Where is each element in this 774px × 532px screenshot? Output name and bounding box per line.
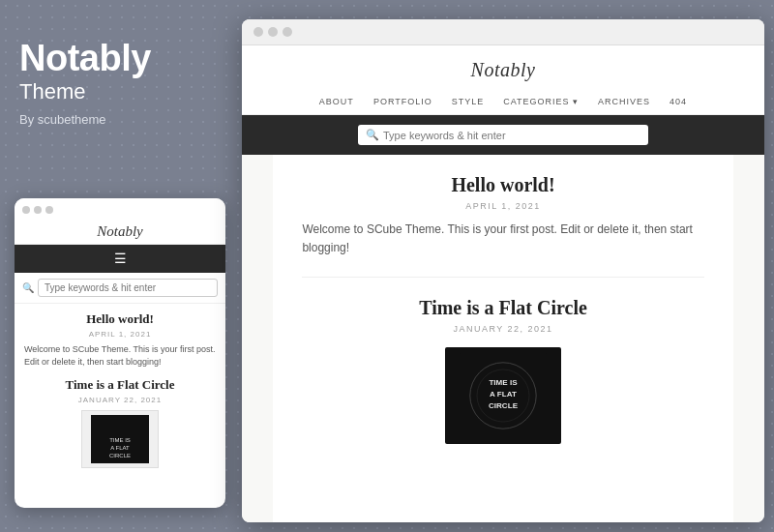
desktop-search-input[interactable]: [383, 130, 640, 141]
desktop-dot-red: [253, 27, 263, 37]
mobile-post1-date: APRIL 1, 2021: [24, 330, 216, 339]
desktop-nav: ABOUT PORTFOLIO STYLE CATEGORIES ▾ ARCHI…: [242, 89, 764, 114]
desktop-post2-title: Time is a Flat Circle: [302, 297, 703, 319]
nav-404[interactable]: 404: [670, 97, 687, 106]
time-flat-circle-desktop: TIME IS A FLAT CIRCLE: [460, 352, 547, 439]
mobile-mockup: Notably ☰ 🔍 Hello world! APRIL 1, 2021 W…: [15, 198, 225, 508]
mobile-search-input[interactable]: [38, 279, 218, 297]
desktop-dot-green: [283, 27, 292, 37]
mobile-post1-excerpt: Welcome to SCube Theme. This is your fir…: [24, 343, 216, 368]
svg-text:A FLAT: A FLAT: [110, 445, 130, 451]
svg-text:TIME IS: TIME IS: [109, 437, 131, 443]
desktop-dot-yellow: [268, 27, 278, 37]
desktop-post2-thumbnail: TIME IS A FLAT CIRCLE: [445, 347, 561, 444]
mobile-post2-thumbnail: TIME IS A FLAT CIRCLE: [81, 410, 159, 468]
desktop-post1-excerpt: Welcome to SCube Theme. This is your fir…: [302, 221, 703, 278]
mobile-post2-date: JANUARY 22, 2021: [24, 396, 216, 404]
svg-text:CIRCLE: CIRCLE: [109, 453, 131, 458]
nav-portfolio[interactable]: PORTFOLIO: [373, 97, 432, 106]
mobile-search-bar: 🔍: [15, 273, 225, 304]
desktop-search-icon: 🔍: [366, 129, 379, 141]
mobile-nav-bar: ☰: [15, 245, 225, 273]
mobile-title-bar: [15, 198, 225, 218]
desktop-content: Hello world! APRIL 1, 2021 Welcome to SC…: [242, 155, 764, 522]
svg-text:TIME IS: TIME IS: [489, 379, 518, 388]
svg-text:A FLAT: A FLAT: [490, 390, 517, 399]
nav-categories[interactable]: CATEGORIES ▾: [503, 97, 579, 106]
mobile-site-title: Notably: [15, 218, 225, 245]
desktop-post1-title: Hello world!: [302, 174, 703, 196]
nav-archives[interactable]: ARCHIVES: [598, 97, 650, 106]
nav-style[interactable]: STYLE: [452, 97, 485, 106]
nav-about[interactable]: ABOUT: [319, 97, 354, 106]
theme-author: By scubetheme: [19, 112, 106, 127]
svg-text:CIRCLE: CIRCLE: [489, 401, 519, 410]
desktop-site-header: Notably ABOUT PORTFOLIO STYLE CATEGORIES…: [242, 45, 764, 115]
desktop-mockup: Notably ABOUT PORTFOLIO STYLE CATEGORIES…: [242, 19, 764, 522]
time-flat-circle-mini: TIME IS A FLAT CIRCLE: [91, 415, 149, 463]
desktop-site-title: Notably: [242, 59, 764, 81]
theme-title: Notably: [19, 39, 151, 79]
dot-green: [45, 206, 53, 214]
mobile-post2-title: Time is a Flat Circle: [24, 377, 216, 393]
desktop-search-wrapper: 🔍: [358, 125, 648, 145]
theme-subtitle: Theme: [19, 79, 85, 104]
desktop-dark-bar: 🔍: [242, 115, 764, 155]
search-icon: 🔍: [22, 282, 34, 293]
desktop-main: Hello world! APRIL 1, 2021 Welcome to SC…: [273, 155, 732, 522]
mobile-post1-title: Hello world!: [24, 311, 216, 327]
desktop-post1-date: APRIL 1, 2021: [302, 201, 703, 211]
dot-red: [22, 206, 30, 214]
mobile-content: Hello world! APRIL 1, 2021 Welcome to SC…: [15, 304, 225, 476]
desktop-post2-date: JANUARY 22, 2021: [302, 324, 703, 334]
hamburger-icon[interactable]: ☰: [114, 251, 127, 267]
desktop-title-bar: [242, 19, 764, 45]
dot-yellow: [34, 206, 42, 214]
